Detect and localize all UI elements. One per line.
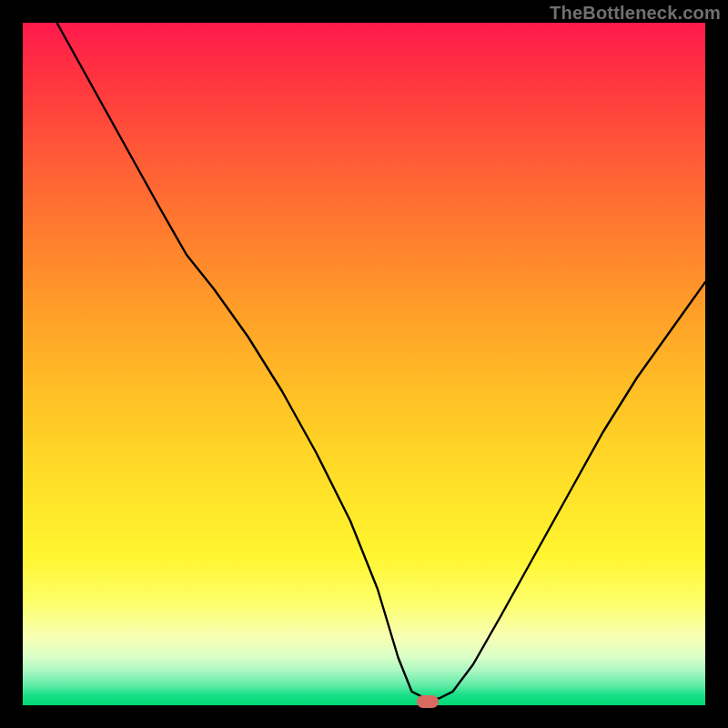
chart-frame: TheBottleneck.com bbox=[0, 0, 728, 728]
plot-area bbox=[23, 23, 705, 705]
watermark-text: TheBottleneck.com bbox=[550, 3, 721, 24]
bottleneck-curve bbox=[23, 23, 705, 705]
optimal-marker bbox=[417, 695, 439, 708]
